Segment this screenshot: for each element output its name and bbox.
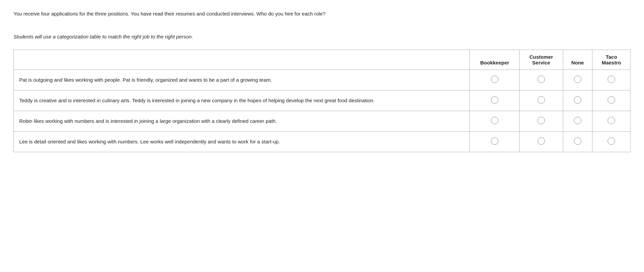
row-lee-taco-maestro-cell xyxy=(592,131,631,152)
row-lee-none-radio[interactable] xyxy=(574,137,581,145)
row-robin-customer-service-cell xyxy=(520,111,563,131)
row-robin-bookkeeper-radio[interactable] xyxy=(491,117,498,124)
row-teddy-none-cell xyxy=(563,90,592,111)
row-pat-taco-maestro-cell xyxy=(592,70,631,90)
col-header-none: None xyxy=(563,50,592,70)
col-header-description xyxy=(14,50,470,70)
row-lee-description: Lee is detail oriented and likes working… xyxy=(14,131,470,152)
row-lee-none-cell xyxy=(563,131,592,152)
row-pat-taco-maestro-radio[interactable] xyxy=(608,76,615,83)
categorization-table: Bookkeeper Customer Service None Taco Ma… xyxy=(13,50,631,152)
row-lee-bookkeeper-radio[interactable] xyxy=(491,137,498,145)
table-header-row: Bookkeeper Customer Service None Taco Ma… xyxy=(14,50,631,70)
row-teddy-none-radio[interactable] xyxy=(574,96,581,104)
row-robin-none-cell xyxy=(563,111,592,131)
table-row: Teddy is creative and is interested in c… xyxy=(14,90,631,111)
instruction-text: Students will use a categorization table… xyxy=(13,34,631,39)
row-robin-bookkeeper-cell xyxy=(470,111,520,131)
row-robin-taco-maestro-radio[interactable] xyxy=(608,117,615,124)
row-pat-description: Pat is outgoing and likes working with p… xyxy=(14,70,470,90)
row-lee-customer-service-radio[interactable] xyxy=(538,137,545,145)
col-header-customer-service-label: Customer Service xyxy=(525,54,557,65)
row-lee-bookkeeper-cell xyxy=(470,131,520,152)
row-robin-customer-service-radio[interactable] xyxy=(538,117,545,124)
row-teddy-customer-service-cell xyxy=(520,90,563,111)
row-robin-none-radio[interactable] xyxy=(574,117,581,124)
row-lee-taco-maestro-radio[interactable] xyxy=(608,137,615,145)
col-header-customer-service: Customer Service xyxy=(520,50,563,70)
col-header-taco-maestro-label: Taco Maestro xyxy=(598,54,625,65)
row-pat-bookkeeper-cell xyxy=(470,70,520,90)
row-robin-taco-maestro-cell xyxy=(592,111,631,131)
row-teddy-taco-maestro-cell xyxy=(592,90,631,111)
row-robin-description: Robin likes working with numbers and is … xyxy=(14,111,470,131)
row-teddy-bookkeeper-cell xyxy=(470,90,520,111)
table-row: Pat is outgoing and likes working with p… xyxy=(14,70,631,90)
row-teddy-bookkeeper-radio[interactable] xyxy=(491,96,498,104)
row-pat-bookkeeper-radio[interactable] xyxy=(491,76,498,83)
col-header-bookkeeper: Bookkeeper xyxy=(470,50,520,70)
intro-text: You receive four applications for the th… xyxy=(13,10,631,18)
row-teddy-customer-service-radio[interactable] xyxy=(538,96,545,104)
row-pat-customer-service-cell xyxy=(520,70,563,90)
col-header-taco-maestro: Taco Maestro xyxy=(592,50,631,70)
row-pat-none-cell xyxy=(563,70,592,90)
table-row: Robin likes working with numbers and is … xyxy=(14,111,631,131)
row-pat-customer-service-radio[interactable] xyxy=(538,76,545,83)
table-row: Lee is detail oriented and likes working… xyxy=(14,131,631,152)
row-teddy-taco-maestro-radio[interactable] xyxy=(608,96,615,104)
row-teddy-description: Teddy is creative and is interested in c… xyxy=(14,90,470,111)
row-lee-customer-service-cell xyxy=(520,131,563,152)
row-pat-none-radio[interactable] xyxy=(574,76,581,83)
